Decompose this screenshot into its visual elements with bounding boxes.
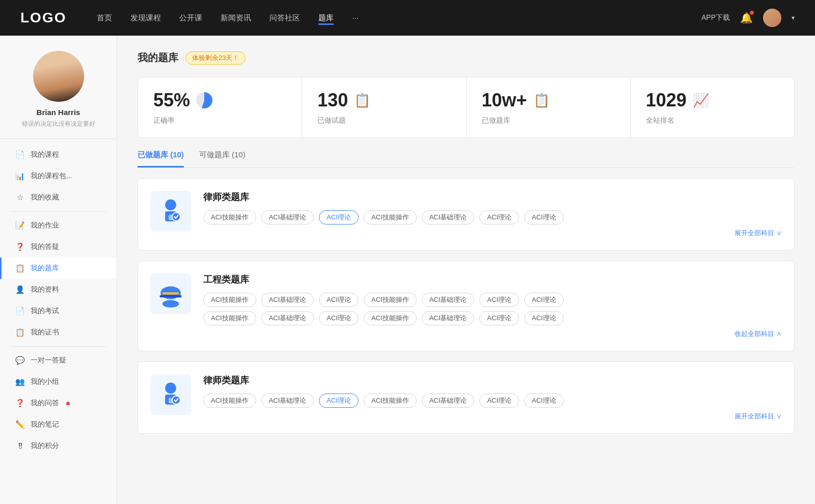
bank-tag[interactable]: ACI技能操作 xyxy=(203,210,256,225)
sidebar-label-my-qa: 我的答疑 xyxy=(31,242,59,251)
course-packages-icon: 📊 xyxy=(15,172,24,181)
bank-tag[interactable]: ACI理论 xyxy=(479,210,519,225)
stat-accuracy-value: 55% xyxy=(153,90,190,111)
avatar-image xyxy=(763,9,781,27)
bank-card-engineer: 工程类题库 ACI技能操作 ACI基础理论 ACI理论 ACI技能操作 ACI基… xyxy=(138,261,795,351)
bank-title-lawyer-2: 律师类题库 xyxy=(203,374,782,386)
notification-dot xyxy=(750,11,754,15)
bank-card-lawyer-2: 律师类题库 ACI技能操作 ACI基础理论 ACI理论 ACI技能操作 ACI基… xyxy=(138,361,795,434)
sidebar-item-course-packages[interactable]: 📊 我的课程包... xyxy=(0,165,117,187)
bank-tag[interactable]: ACI技能操作 xyxy=(203,394,256,408)
stat-rank-label: 全站排名 xyxy=(646,116,779,125)
nav-item-home[interactable]: 首页 xyxy=(97,11,112,25)
trial-badge: 体验剩余23天！ xyxy=(185,51,246,65)
sidebar-label-my-exams: 我的考试 xyxy=(31,306,59,316)
nav-item-discover[interactable]: 发现课程 xyxy=(130,11,161,25)
sidebar-item-my-group[interactable]: 👥 我的小组 xyxy=(0,371,117,393)
bank-tag[interactable]: ACI理论 xyxy=(524,311,564,325)
nav-logo[interactable]: LOGO xyxy=(20,10,66,26)
bank-tag[interactable]: ACI基础理论 xyxy=(422,311,475,325)
bank-tag[interactable]: ACI基础理论 xyxy=(261,394,314,408)
user-menu-chevron[interactable]: ▾ xyxy=(792,14,795,21)
sidebar-item-my-exams[interactable]: 📄 我的考试 xyxy=(0,300,117,322)
sidebar-label-one-on-one: 一对一答疑 xyxy=(31,356,66,365)
bank-tags-lawyer-2: ACI技能操作 ACI基础理论 ACI理论 ACI技能操作 ACI基础理论 AC… xyxy=(203,394,782,408)
list-yellow-icon: 📋 xyxy=(533,93,550,108)
bank-content-lawyer-1: 律师类题库 ACI技能操作 ACI基础理论 ACI理论 ACI技能操作 ACI基… xyxy=(203,191,782,238)
my-exams-icon: 📄 xyxy=(15,306,24,316)
sidebar-item-my-notes[interactable]: ✏️ 我的笔记 xyxy=(0,414,117,435)
favorites-icon: ☆ xyxy=(15,193,24,202)
svg-point-9 xyxy=(165,383,176,394)
notification-bell[interactable]: 🔔 xyxy=(740,12,753,24)
sidebar-item-question-bank[interactable]: 📋 我的题库 xyxy=(0,258,117,279)
sidebar-item-favorites[interactable]: ☆ 我的收藏 xyxy=(0,187,117,208)
bank-tag[interactable]: ACI理论 xyxy=(524,293,564,307)
nav-right: APP下载 🔔 ▾ xyxy=(701,9,795,27)
question-notification-dot xyxy=(66,402,70,405)
sidebar-item-my-points[interactable]: 🎖 我的积分 xyxy=(0,435,117,457)
bank-title-engineer: 工程类题库 xyxy=(203,273,782,286)
bank-tag[interactable]: ACI技能操作 xyxy=(203,293,256,307)
lawyer-icon-svg xyxy=(157,198,184,225)
bank-tag[interactable]: ACI理论 xyxy=(319,293,359,307)
sidebar-label-my-questions: 我的问答 xyxy=(31,399,59,408)
bank-tag[interactable]: ACI基础理论 xyxy=(422,293,475,307)
bank-tag[interactable]: ACI基础理论 xyxy=(422,394,475,408)
bank-expand-lawyer-1[interactable]: 展开全部科目 ∨ xyxy=(203,229,782,238)
bank-tag[interactable]: ACI理论 xyxy=(524,394,564,408)
bank-tag[interactable]: ACI技能操作 xyxy=(203,311,256,325)
sidebar-item-certificates[interactable]: 📋 我的证书 xyxy=(0,322,117,343)
nav-item-qbank[interactable]: 题库 xyxy=(318,11,334,25)
bank-tag[interactable]: ACI技能操作 xyxy=(364,293,417,307)
nav-item-more[interactable]: ··· xyxy=(352,11,359,25)
bank-expand-lawyer-2[interactable]: 展开全部科目 ∨ xyxy=(203,412,782,421)
bank-tag-selected[interactable]: ACI理论 xyxy=(319,394,359,408)
stats-row: 55% 正确率 130 📋 已做试题 10w+ 📋 已做题库 xyxy=(138,77,795,138)
tab-done[interactable]: 已做题库 (10) xyxy=(138,150,184,167)
sidebar-label-my-courses: 我的课程 xyxy=(31,150,59,159)
bank-tag[interactable]: ACI理论 xyxy=(319,311,359,325)
nav-item-qa[interactable]: 问答社区 xyxy=(269,11,300,25)
bank-tag[interactable]: ACI理论 xyxy=(479,311,519,325)
sidebar-item-my-questions[interactable]: ❓ 我的问答 xyxy=(0,393,117,414)
bank-tag[interactable]: ACI技能操作 xyxy=(364,394,417,408)
nav-item-open-course[interactable]: 公开课 xyxy=(179,11,202,25)
profile-name: Brian Harris xyxy=(10,108,106,117)
my-questions-icon: ❓ xyxy=(15,399,24,408)
sidebar-item-my-courses[interactable]: 📄 我的课程 xyxy=(0,144,117,165)
bank-content-engineer: 工程类题库 ACI技能操作 ACI基础理论 ACI理论 ACI技能操作 ACI基… xyxy=(203,273,782,339)
sidebar-label-favorites: 我的收藏 xyxy=(31,193,59,202)
engineer-icon-svg xyxy=(157,280,184,307)
question-bank-icon: 📋 xyxy=(15,264,24,273)
sidebar-avatar xyxy=(33,51,84,102)
sidebar-item-my-qa[interactable]: ❓ 我的答疑 xyxy=(0,236,117,258)
app-download-link[interactable]: APP下载 xyxy=(701,13,730,22)
sidebar-item-one-on-one[interactable]: 💬 一对一答疑 xyxy=(0,350,117,371)
bank-tag[interactable]: ACI基础理论 xyxy=(261,311,314,325)
bank-tag[interactable]: ACI基础理论 xyxy=(261,210,314,225)
stat-accuracy: 55% 正确率 xyxy=(138,77,302,137)
certificates-icon: 📋 xyxy=(15,328,24,337)
sidebar-divider-1 xyxy=(10,211,106,212)
bank-tag[interactable]: ACI基础理论 xyxy=(422,210,475,225)
bank-collapse-engineer[interactable]: 收起全部科目 ∧ xyxy=(203,329,782,339)
bank-tag[interactable]: ACI理论 xyxy=(524,210,564,225)
list-green-icon: 📋 xyxy=(354,93,370,108)
bank-tag[interactable]: ACI理论 xyxy=(479,394,519,408)
profile-section: Brian Harris 错误的决定比没有决定要好 xyxy=(0,51,117,139)
bank-tag[interactable]: ACI理论 xyxy=(479,293,519,307)
bank-title-lawyer-1: 律师类题库 xyxy=(203,191,782,203)
nav-item-news[interactable]: 新闻资讯 xyxy=(221,11,251,25)
sidebar-item-homework[interactable]: 📝 我的作业 xyxy=(0,215,117,236)
stat-done-banks: 10w+ 📋 已做题库 xyxy=(467,77,631,137)
bar-chart-icon: 📈 xyxy=(693,93,709,108)
bank-tag[interactable]: ACI基础理论 xyxy=(261,293,314,307)
tab-available[interactable]: 可做题库 (10) xyxy=(199,150,246,167)
bank-tag-selected[interactable]: ACI理论 xyxy=(319,210,359,225)
user-avatar[interactable] xyxy=(763,9,781,27)
bank-tag[interactable]: ACI技能操作 xyxy=(364,210,417,225)
stat-done-top: 130 📋 xyxy=(317,90,450,111)
sidebar-item-my-data[interactable]: 👤 我的资料 xyxy=(0,279,117,300)
bank-tag[interactable]: ACI技能操作 xyxy=(364,311,417,325)
